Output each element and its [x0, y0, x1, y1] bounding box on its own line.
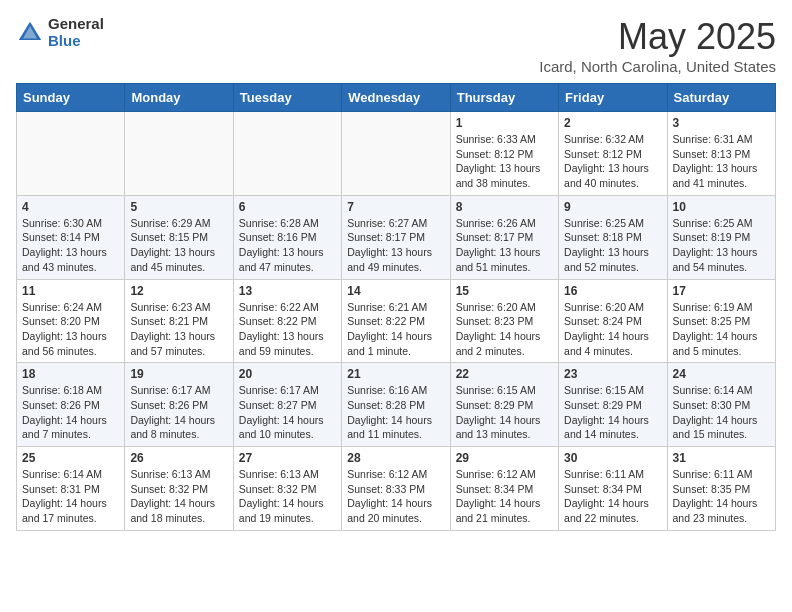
day-info: Sunrise: 6:21 AM Sunset: 8:22 PM Dayligh…	[347, 300, 444, 359]
day-number: 31	[673, 451, 770, 465]
day-info: Sunrise: 6:12 AM Sunset: 8:33 PM Dayligh…	[347, 467, 444, 526]
day-info: Sunrise: 6:14 AM Sunset: 8:31 PM Dayligh…	[22, 467, 119, 526]
day-info: Sunrise: 6:19 AM Sunset: 8:25 PM Dayligh…	[673, 300, 770, 359]
day-info: Sunrise: 6:11 AM Sunset: 8:35 PM Dayligh…	[673, 467, 770, 526]
calendar-cell: 30Sunrise: 6:11 AM Sunset: 8:34 PM Dayli…	[559, 447, 667, 531]
day-info: Sunrise: 6:25 AM Sunset: 8:18 PM Dayligh…	[564, 216, 661, 275]
calendar-cell: 17Sunrise: 6:19 AM Sunset: 8:25 PM Dayli…	[667, 279, 775, 363]
calendar-table: SundayMondayTuesdayWednesdayThursdayFrid…	[16, 83, 776, 531]
calendar-cell: 25Sunrise: 6:14 AM Sunset: 8:31 PM Dayli…	[17, 447, 125, 531]
day-number: 9	[564, 200, 661, 214]
day-info: Sunrise: 6:20 AM Sunset: 8:23 PM Dayligh…	[456, 300, 553, 359]
calendar-cell: 31Sunrise: 6:11 AM Sunset: 8:35 PM Dayli…	[667, 447, 775, 531]
day-number: 21	[347, 367, 444, 381]
day-number: 29	[456, 451, 553, 465]
calendar-cell: 11Sunrise: 6:24 AM Sunset: 8:20 PM Dayli…	[17, 279, 125, 363]
day-number: 17	[673, 284, 770, 298]
day-info: Sunrise: 6:17 AM Sunset: 8:27 PM Dayligh…	[239, 383, 336, 442]
day-number: 4	[22, 200, 119, 214]
day-number: 1	[456, 116, 553, 130]
day-number: 12	[130, 284, 227, 298]
calendar-cell: 6Sunrise: 6:28 AM Sunset: 8:16 PM Daylig…	[233, 195, 341, 279]
day-info: Sunrise: 6:14 AM Sunset: 8:30 PM Dayligh…	[673, 383, 770, 442]
calendar-cell: 21Sunrise: 6:16 AM Sunset: 8:28 PM Dayli…	[342, 363, 450, 447]
day-number: 15	[456, 284, 553, 298]
calendar-cell: 26Sunrise: 6:13 AM Sunset: 8:32 PM Dayli…	[125, 447, 233, 531]
day-info: Sunrise: 6:15 AM Sunset: 8:29 PM Dayligh…	[456, 383, 553, 442]
day-number: 28	[347, 451, 444, 465]
weekday-header-thursday: Thursday	[450, 84, 558, 112]
day-info: Sunrise: 6:20 AM Sunset: 8:24 PM Dayligh…	[564, 300, 661, 359]
calendar-cell: 1Sunrise: 6:33 AM Sunset: 8:12 PM Daylig…	[450, 112, 558, 196]
calendar-cell: 3Sunrise: 6:31 AM Sunset: 8:13 PM Daylig…	[667, 112, 775, 196]
weekday-header-wednesday: Wednesday	[342, 84, 450, 112]
calendar-cell: 14Sunrise: 6:21 AM Sunset: 8:22 PM Dayli…	[342, 279, 450, 363]
calendar-cell	[342, 112, 450, 196]
calendar-cell: 18Sunrise: 6:18 AM Sunset: 8:26 PM Dayli…	[17, 363, 125, 447]
title-block: May 2025 Icard, North Carolina, United S…	[539, 16, 776, 75]
day-number: 7	[347, 200, 444, 214]
calendar-cell: 7Sunrise: 6:27 AM Sunset: 8:17 PM Daylig…	[342, 195, 450, 279]
day-info: Sunrise: 6:29 AM Sunset: 8:15 PM Dayligh…	[130, 216, 227, 275]
main-title: May 2025	[539, 16, 776, 58]
calendar-cell: 27Sunrise: 6:13 AM Sunset: 8:32 PM Dayli…	[233, 447, 341, 531]
weekday-header-sunday: Sunday	[17, 84, 125, 112]
calendar-cell: 13Sunrise: 6:22 AM Sunset: 8:22 PM Dayli…	[233, 279, 341, 363]
week-row-3: 11Sunrise: 6:24 AM Sunset: 8:20 PM Dayli…	[17, 279, 776, 363]
weekday-header-tuesday: Tuesday	[233, 84, 341, 112]
calendar-cell: 2Sunrise: 6:32 AM Sunset: 8:12 PM Daylig…	[559, 112, 667, 196]
day-info: Sunrise: 6:12 AM Sunset: 8:34 PM Dayligh…	[456, 467, 553, 526]
day-info: Sunrise: 6:25 AM Sunset: 8:19 PM Dayligh…	[673, 216, 770, 275]
day-number: 13	[239, 284, 336, 298]
day-number: 27	[239, 451, 336, 465]
page-header: General Blue May 2025 Icard, North Carol…	[16, 16, 776, 75]
day-number: 3	[673, 116, 770, 130]
day-info: Sunrise: 6:26 AM Sunset: 8:17 PM Dayligh…	[456, 216, 553, 275]
logo-text: General Blue	[48, 16, 104, 49]
day-info: Sunrise: 6:13 AM Sunset: 8:32 PM Dayligh…	[239, 467, 336, 526]
calendar-cell: 10Sunrise: 6:25 AM Sunset: 8:19 PM Dayli…	[667, 195, 775, 279]
calendar-cell: 19Sunrise: 6:17 AM Sunset: 8:26 PM Dayli…	[125, 363, 233, 447]
week-row-5: 25Sunrise: 6:14 AM Sunset: 8:31 PM Dayli…	[17, 447, 776, 531]
calendar-cell: 15Sunrise: 6:20 AM Sunset: 8:23 PM Dayli…	[450, 279, 558, 363]
calendar-cell: 16Sunrise: 6:20 AM Sunset: 8:24 PM Dayli…	[559, 279, 667, 363]
day-number: 2	[564, 116, 661, 130]
day-number: 26	[130, 451, 227, 465]
calendar-cell: 8Sunrise: 6:26 AM Sunset: 8:17 PM Daylig…	[450, 195, 558, 279]
day-number: 16	[564, 284, 661, 298]
calendar-cell: 23Sunrise: 6:15 AM Sunset: 8:29 PM Dayli…	[559, 363, 667, 447]
day-number: 11	[22, 284, 119, 298]
day-number: 22	[456, 367, 553, 381]
calendar-cell: 22Sunrise: 6:15 AM Sunset: 8:29 PM Dayli…	[450, 363, 558, 447]
day-info: Sunrise: 6:24 AM Sunset: 8:20 PM Dayligh…	[22, 300, 119, 359]
day-info: Sunrise: 6:31 AM Sunset: 8:13 PM Dayligh…	[673, 132, 770, 191]
day-number: 20	[239, 367, 336, 381]
calendar-cell: 12Sunrise: 6:23 AM Sunset: 8:21 PM Dayli…	[125, 279, 233, 363]
day-number: 18	[22, 367, 119, 381]
logo-general: General	[48, 16, 104, 33]
calendar-cell: 24Sunrise: 6:14 AM Sunset: 8:30 PM Dayli…	[667, 363, 775, 447]
day-number: 23	[564, 367, 661, 381]
logo: General Blue	[16, 16, 104, 49]
calendar-cell: 9Sunrise: 6:25 AM Sunset: 8:18 PM Daylig…	[559, 195, 667, 279]
day-number: 25	[22, 451, 119, 465]
day-info: Sunrise: 6:13 AM Sunset: 8:32 PM Dayligh…	[130, 467, 227, 526]
calendar-cell	[233, 112, 341, 196]
day-info: Sunrise: 6:22 AM Sunset: 8:22 PM Dayligh…	[239, 300, 336, 359]
day-number: 14	[347, 284, 444, 298]
day-info: Sunrise: 6:23 AM Sunset: 8:21 PM Dayligh…	[130, 300, 227, 359]
day-number: 5	[130, 200, 227, 214]
day-number: 19	[130, 367, 227, 381]
calendar-cell: 20Sunrise: 6:17 AM Sunset: 8:27 PM Dayli…	[233, 363, 341, 447]
weekday-header-friday: Friday	[559, 84, 667, 112]
week-row-2: 4Sunrise: 6:30 AM Sunset: 8:14 PM Daylig…	[17, 195, 776, 279]
weekday-header-saturday: Saturday	[667, 84, 775, 112]
day-number: 24	[673, 367, 770, 381]
day-info: Sunrise: 6:18 AM Sunset: 8:26 PM Dayligh…	[22, 383, 119, 442]
day-info: Sunrise: 6:33 AM Sunset: 8:12 PM Dayligh…	[456, 132, 553, 191]
logo-icon	[16, 19, 44, 47]
day-info: Sunrise: 6:17 AM Sunset: 8:26 PM Dayligh…	[130, 383, 227, 442]
calendar-cell	[17, 112, 125, 196]
day-number: 10	[673, 200, 770, 214]
calendar-cell	[125, 112, 233, 196]
